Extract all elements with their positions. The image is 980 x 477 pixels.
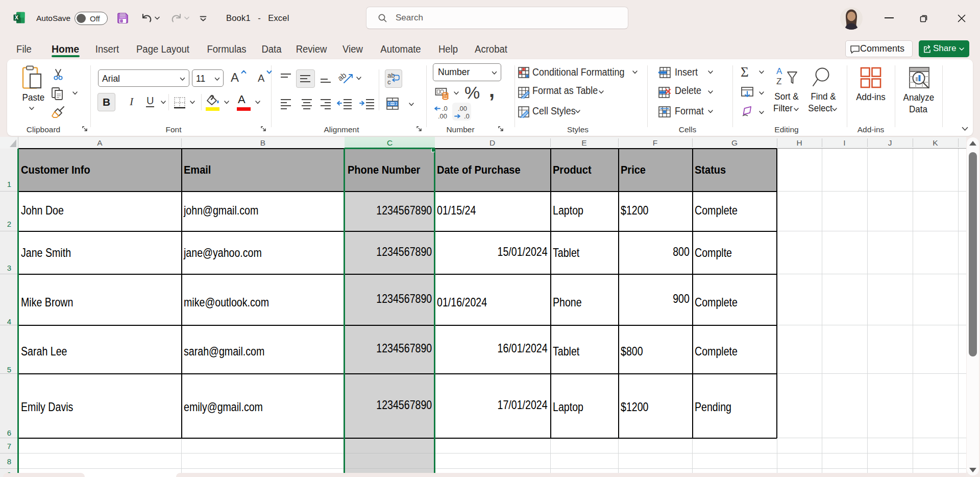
svg-text:A: A xyxy=(776,66,782,76)
svg-text:.00: .00 xyxy=(438,112,447,120)
svg-text:.0: .0 xyxy=(442,105,448,112)
svg-text:.0: .0 xyxy=(464,112,470,120)
svg-text:c: c xyxy=(387,78,391,86)
svg-text:Z: Z xyxy=(776,77,781,86)
svg-text:.00: .00 xyxy=(458,105,467,112)
svg-text:X: X xyxy=(15,14,18,20)
